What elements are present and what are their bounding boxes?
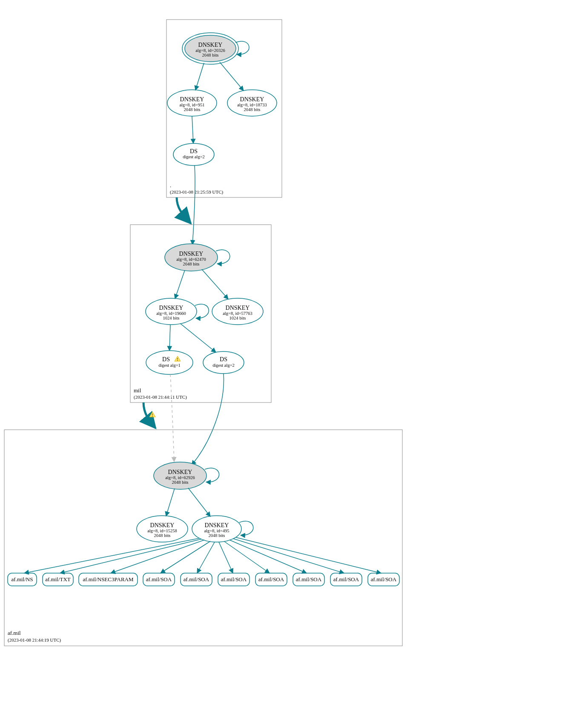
edge-milds1-afksk [170,374,174,462]
edge-root-to-mil [177,197,191,223]
svg-text:2048 bits: 2048 bits [202,53,219,57]
edge-milds2-afksk [192,374,224,465]
svg-text:digest alg=2: digest alg=2 [212,363,235,368]
svg-text:2048 bits: 2048 bits [209,533,225,538]
edge-mil-zsk1-self [195,304,209,318]
svg-text:alg=8, id=62926: alg=8, id=62926 [165,475,195,480]
svg-text:DNSKEY: DNSKEY [179,251,204,257]
svg-text:!: ! [152,413,153,417]
edge-mil-ksk-self [216,250,230,264]
edge-milzsk1-ds2 [180,323,216,352]
svg-text:af.mil/SOA: af.mil/SOA [258,576,284,582]
record-row: af.mil/NS af.mil/TXT af.mil/NSEC3PARAM a… [8,573,399,586]
zone-afmil: af.mil (2023-01-08 21:44:19 UTC) DNSKEY … [4,430,402,646]
record-soa-6: af.mil/SOA [368,573,399,586]
edge-afksk-zsk1 [166,488,175,516]
node-af-zsk1: DNSKEY alg=8, id=15258 2048 bits [137,516,188,542]
svg-text:2048 bits: 2048 bits [183,262,200,266]
svg-text:DNSKEY: DNSKEY [168,469,192,475]
svg-text:af.mil/SOA: af.mil/SOA [371,576,397,582]
svg-text:1024 bits: 1024 bits [163,316,180,320]
node-root-ksk: DNSKEY alg=8, id=20326 2048 bits [182,33,238,64]
node-mil-zsk1: DNSKEY alg=8, id=19660 1024 bits [146,298,197,325]
svg-text:af.mil/SOA: af.mil/SOA [333,576,359,582]
record-soa-1: af.mil/SOA [181,573,212,586]
svg-text:alg=8, id=495: alg=8, id=495 [204,528,229,533]
svg-text:af.mil/SOA: af.mil/SOA [296,576,322,582]
edge-rzsk1-rds [192,116,193,143]
zone-root-ts: (2023-01-08 21:25:59 UTC) [170,189,224,195]
zone-afmil-name: af.mil [8,630,21,636]
svg-text:DNSKEY: DNSKEY [198,42,223,48]
svg-text:2048 bits: 2048 bits [172,480,189,485]
zone-mil-name: mil [134,387,141,394]
warning-icon: ! [149,412,155,417]
edge-rksk-rzsk1 [195,63,204,90]
svg-text:1024 bits: 1024 bits [229,316,246,320]
zone-root-name: . [170,182,171,188]
zone-mil: mil (2023-01-08 21:44:11 UTC) DNSKEY alg… [130,225,271,403]
record-soa-2: af.mil/SOA [218,573,249,586]
record-soa-4: af.mil/SOA [293,573,324,586]
svg-text:af.mil/TXT: af.mil/TXT [45,576,71,582]
svg-text:DNSKEY: DNSKEY [240,96,264,103]
record-soa-0: af.mil/SOA [143,573,175,586]
node-mil-ds1: DS digest alg=1 ! [146,351,193,374]
svg-text:alg=8, id=951: alg=8, id=951 [179,103,204,107]
svg-text:alg=8, id=57763: alg=8, id=57763 [223,311,252,316]
svg-point-30 [146,351,193,374]
svg-text:DNSKEY: DNSKEY [226,305,250,311]
node-af-zsk2: DNSKEY alg=8, id=495 2048 bits [192,516,241,542]
svg-text:!: ! [177,357,178,362]
edge-rksk-rzsk2 [220,62,244,91]
svg-text:DS: DS [220,356,227,363]
edge-rds-milksk [192,166,195,245]
svg-text:DS: DS [190,148,198,154]
node-af-ksk: DNSKEY alg=8, id=62926 2048 bits [154,462,206,489]
svg-text:digest alg=1: digest alg=1 [158,363,181,368]
svg-text:alg=8, id=15258: alg=8, id=15258 [147,528,177,533]
node-mil-ksk: DNSKEY alg=8, id=62470 2048 bits [165,244,218,271]
svg-text:DNSKEY: DNSKEY [159,305,184,311]
svg-text:DS: DS [162,356,170,363]
edge-af-ksk-self [205,468,219,482]
svg-point-34 [203,351,244,374]
svg-text:alg=8, id=19660: alg=8, id=19660 [156,311,186,316]
node-mil-zsk2: DNSKEY alg=8, id=57763 1024 bits [212,298,263,325]
svg-text:af.mil/NSEC3PARAM: af.mil/NSEC3PARAM [83,576,134,582]
svg-text:alg=8, id=62470: alg=8, id=62470 [176,257,206,262]
edge-milzsk1-ds1 [169,325,170,351]
zone-mil-ts: (2023-01-08 21:44:11 UTC) [134,394,187,400]
svg-text:2048 bits: 2048 bits [244,107,261,112]
svg-text:2048 bits: 2048 bits [154,533,171,538]
edge-milksk-zsk2 [202,269,228,299]
svg-text:DNSKEY: DNSKEY [150,522,175,528]
node-root-ds: DS digest alg=2 [173,143,214,166]
record-soa-3: af.mil/SOA [255,573,287,586]
svg-text:af.mil/SOA: af.mil/SOA [184,576,209,582]
node-root-zsk2: DNSKEY alg=8, id=18733 2048 bits [227,90,277,116]
record-txt: af.mil/TXT [43,573,73,586]
edge-afksk-zsk2 [188,488,210,517]
svg-text:alg=8, id=20326: alg=8, id=20326 [195,48,225,53]
svg-text:digest alg=2: digest alg=2 [183,154,205,159]
svg-text:af.mil/SOA: af.mil/SOA [221,576,247,582]
zone-root: . (2023-01-08 21:25:59 UTC) DNSKEY alg=8… [166,20,282,197]
edge-milksk-zsk1 [175,270,185,299]
dnsviz-graph: . (2023-01-08 21:25:59 UTC) DNSKEY alg=8… [0,0,562,728]
record-ns: af.mil/NS [8,573,37,586]
zone-afmil-ts: (2023-01-08 21:44:19 UTC) [8,637,61,643]
svg-text:alg=8, id=18733: alg=8, id=18733 [237,103,267,107]
svg-text:DNSKEY: DNSKEY [205,522,229,528]
svg-text:2048 bits: 2048 bits [184,107,201,112]
svg-text:DNSKEY: DNSKEY [180,96,204,103]
node-mil-ds2: DS digest alg=2 [203,351,244,374]
record-nsec3param: af.mil/NSEC3PARAM [79,573,138,586]
svg-text:af.mil/NS: af.mil/NS [11,576,33,582]
svg-text:af.mil/SOA: af.mil/SOA [146,576,172,582]
record-soa-5: af.mil/SOA [330,573,362,586]
node-root-zsk1: DNSKEY alg=8, id=951 2048 bits [167,90,217,116]
